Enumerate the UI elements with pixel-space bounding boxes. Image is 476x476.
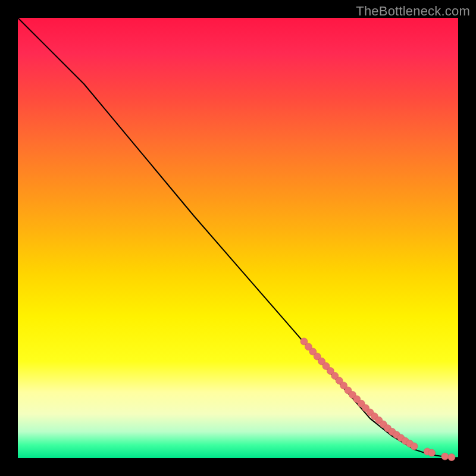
data-marker — [428, 449, 436, 456]
chart-svg — [18, 18, 458, 458]
plot-area — [18, 18, 458, 458]
marker-group — [300, 338, 455, 461]
curve-line — [18, 18, 458, 458]
chart-container: TheBottleneck.com — [0, 0, 476, 476]
watermark-text: TheBottleneck.com — [356, 4, 470, 19]
data-marker — [411, 443, 418, 450]
data-marker — [448, 454, 455, 461]
data-marker — [441, 453, 449, 460]
